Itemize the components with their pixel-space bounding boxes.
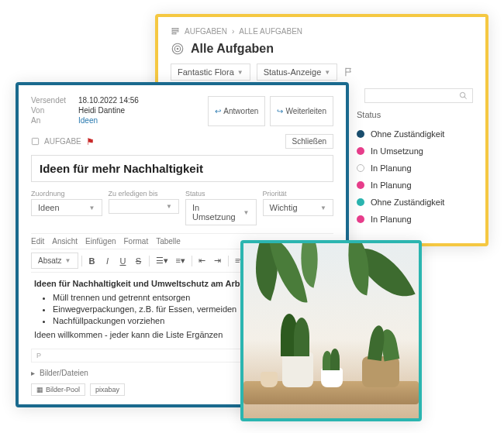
image-pool-chip[interactable]: ▦Bilder-Pool xyxy=(31,383,85,396)
flag-icon[interactable] xyxy=(343,67,354,77)
number-list-button[interactable]: ≡▾ xyxy=(173,254,188,267)
svg-rect-1 xyxy=(172,31,178,33)
status-dropdown[interactable]: In Umsetzung▼ xyxy=(185,199,257,225)
tasks-icon xyxy=(171,26,180,36)
status-row[interactable]: In Umsetzung xyxy=(357,143,473,160)
status-row[interactable]: In Planung xyxy=(357,177,473,194)
strike-button[interactable]: S xyxy=(132,255,146,267)
svg-point-5 xyxy=(177,48,178,50)
status-row[interactable]: Ohne Zuständigkeit xyxy=(357,194,473,211)
menu-edit[interactable]: Edit xyxy=(31,237,44,246)
page-title: Alle Aufgaben xyxy=(171,42,473,56)
menu-insert[interactable]: Einfügen xyxy=(85,237,116,246)
target-icon xyxy=(171,42,185,56)
pixabay-chip[interactable]: pixabay xyxy=(90,383,125,396)
menu-view[interactable]: Ansicht xyxy=(52,237,78,246)
checkbox-icon xyxy=(31,137,40,146)
status-row[interactable]: Ohne Zuständigkeit xyxy=(357,125,473,143)
bullet-list-button[interactable]: ☰▾ xyxy=(153,254,171,267)
flag-icon[interactable]: ⚑ xyxy=(86,136,95,147)
filter-row: Fantastic Flora▼ Status-Anzeige▼ xyxy=(171,64,473,81)
search-input-2[interactable] xyxy=(364,88,473,103)
close-button[interactable]: Schließen xyxy=(285,134,333,149)
plants-photo xyxy=(240,240,422,421)
menu-format[interactable]: Format xyxy=(124,237,149,246)
assignment-dropdown[interactable]: Ideen▼ xyxy=(31,199,102,216)
priority-dropdown[interactable]: Wichtig▼ xyxy=(263,199,334,216)
forward-button[interactable]: ↪Weiterleiten xyxy=(270,96,333,126)
svg-rect-10 xyxy=(32,138,38,144)
svg-rect-2 xyxy=(172,33,176,35)
reply-button[interactable]: ↩Antworten xyxy=(208,96,265,126)
project-filter-dropdown[interactable]: Fantastic Flora▼ xyxy=(171,64,250,81)
status-view-dropdown[interactable]: Status-Anzeige▼ xyxy=(257,64,338,81)
task-title-input[interactable] xyxy=(31,155,333,182)
search-icon xyxy=(459,91,468,100)
outdent-button[interactable]: ⇤ xyxy=(195,254,209,267)
underline-button[interactable]: U xyxy=(116,255,130,267)
bold-button[interactable]: B xyxy=(85,255,99,267)
svg-point-3 xyxy=(172,43,183,54)
status-row[interactable]: In Planung xyxy=(357,211,473,228)
svg-line-9 xyxy=(464,97,467,99)
paragraph-dropdown[interactable]: Absatz▼ xyxy=(31,253,78,269)
status-row[interactable]: In Planung xyxy=(357,160,473,177)
status-column: Status Ohne Zuständigkeit In Umsetzung I… xyxy=(357,110,473,228)
breadcrumb: AUFGABEN › ALLE AUFGABEN xyxy=(171,26,473,36)
image-icon: ▦ xyxy=(36,386,43,393)
menu-table[interactable]: Tabelle xyxy=(156,237,181,246)
svg-point-8 xyxy=(460,92,464,97)
italic-button[interactable]: I xyxy=(101,255,115,267)
svg-point-4 xyxy=(174,46,181,52)
status-header: Status xyxy=(357,110,473,119)
indent-button[interactable]: ⇥ xyxy=(211,254,225,267)
due-date-dropdown[interactable]: ▼ xyxy=(109,199,180,214)
chevron-right-icon[interactable]: ▸ xyxy=(31,369,35,377)
svg-rect-0 xyxy=(172,29,178,30)
